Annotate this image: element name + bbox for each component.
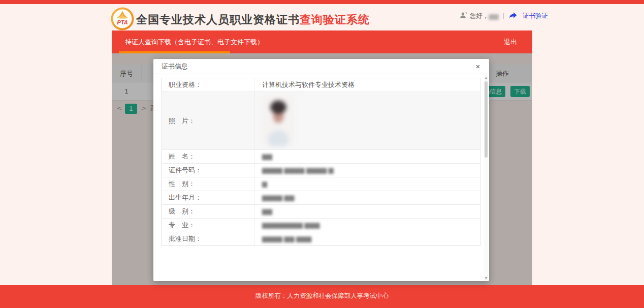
- user-name-redacted: ▆▆: [489, 12, 499, 20]
- content-area: 序号 操作 1 证书信息 下载 < 1 > 跳至 证书信息 ×: [112, 53, 532, 285]
- tab-holder-query-download[interactable]: 持证人查询下载（含电子证书、电子文件下载）: [125, 30, 264, 53]
- scrollbar-thumb[interactable]: [485, 81, 488, 158]
- logout-button[interactable]: 退出: [504, 30, 517, 53]
- field-label: 职业资格：: [162, 78, 254, 91]
- field-label: 照 片：: [162, 92, 254, 149]
- field-row-qualification: 职业资格： 计算机技术与软件专业技术资格: [162, 78, 480, 92]
- field-label: 批准日期：: [162, 232, 254, 245]
- field-value-redacted: ▆▆▆▆▆▆▆▆ ▆▆▆: [254, 219, 480, 232]
- field-row-major: 专 业： ▆▆▆▆▆▆▆▆ ▆▆▆: [162, 219, 480, 232]
- scroll-up-icon[interactable]: ▲: [484, 75, 488, 80]
- page-title-accent: 查询验证系统: [300, 13, 370, 26]
- field-value: [254, 92, 480, 149]
- nav-bar: 持证人查询下载（含电子证书、电子文件下载） 退出: [112, 30, 532, 53]
- certificate-info-dialog: 证书信息 × 职业资格： 计算机技术与软件专业技术资格 照 片：: [153, 59, 489, 281]
- main-column: 持证人查询下载（含电子证书、电子文件下载） 退出 序号 操作 1 证书信息 下载…: [112, 30, 532, 285]
- certificate-verify-link[interactable]: 证书验证: [523, 12, 548, 20]
- share-arrow-icon: [508, 11, 518, 20]
- field-row-name: 姓 名： ▆▆: [162, 150, 480, 164]
- field-row-level: 级 别： ▆▆: [162, 205, 480, 219]
- field-row-approval-date: 批准日期： ▆▆▆▆ ▆▆ ▆▆▆: [162, 232, 480, 245]
- field-label: 姓 名：: [162, 150, 254, 163]
- field-value-redacted: ▆▆: [254, 150, 480, 163]
- field-label: 出生年月：: [162, 191, 254, 204]
- page-title: 全国专业技术人员职业资格证书查询验证系统: [136, 12, 370, 27]
- pta-logo-icon: PTA: [111, 7, 134, 30]
- field-value-redacted: ▆▆▆▆ ▆▆ ▆▆▆: [254, 232, 480, 245]
- field-value: 计算机技术与软件专业技术资格: [254, 78, 480, 91]
- certificate-fields-table: 职业资格： 计算机技术与软件专业技术资格 照 片： 姓 名： ▆▆: [162, 78, 480, 246]
- copyright-text: 版权所有：人力资源和社会保障部人事考试中心: [0, 285, 644, 300]
- top-accent-bar: [0, 0, 644, 4]
- modal-body: 职业资格： 计算机技术与软件专业技术资格 照 片： 姓 名： ▆▆: [153, 75, 489, 281]
- svg-text:PTA: PTA: [117, 19, 127, 25]
- field-label: 性 别：: [162, 177, 254, 191]
- footer-bar: 版权所有：人力资源和社会保障部人事考试中心: [0, 285, 644, 308]
- field-row-gender: 性 别： ▆: [162, 177, 480, 191]
- greeting-text: 您好，: [470, 12, 489, 20]
- modal-header: 证书信息 ×: [153, 59, 489, 74]
- field-value-redacted: ▆: [254, 177, 480, 191]
- field-label: 专 业：: [162, 219, 254, 232]
- close-icon[interactable]: ×: [473, 59, 483, 74]
- pta-logo: PTA: [111, 7, 134, 30]
- header-user-area: 您好， ▆▆ | 证书验证: [460, 11, 548, 20]
- field-row-id-number: 证件号码： ▆▆▆▆ ▆▆▆▆ ▆▆▆▆ ▆: [162, 164, 480, 177]
- header-divider: |: [503, 12, 504, 19]
- field-value-redacted: ▆▆▆▆ ▆▆: [254, 191, 480, 204]
- field-value-redacted: ▆▆: [254, 205, 480, 218]
- modal-scrollbar[interactable]: ▲ ▼: [484, 75, 488, 281]
- modal-title: 证书信息: [162, 63, 188, 70]
- field-row-birth: 出生年月： ▆▆▆▆ ▆▆: [162, 191, 480, 205]
- page-title-main: 全国专业技术人员职业资格证书: [136, 13, 300, 26]
- scroll-down-icon[interactable]: ▼: [484, 275, 488, 281]
- field-row-photo: 照 片：: [162, 92, 480, 150]
- field-value-redacted: ▆▆▆▆ ▆▆▆▆ ▆▆▆▆ ▆: [254, 164, 480, 177]
- user-icon: [460, 12, 467, 20]
- field-label: 证件号码：: [162, 164, 254, 177]
- field-label: 级 别：: [162, 205, 254, 218]
- id-photo: [262, 95, 295, 146]
